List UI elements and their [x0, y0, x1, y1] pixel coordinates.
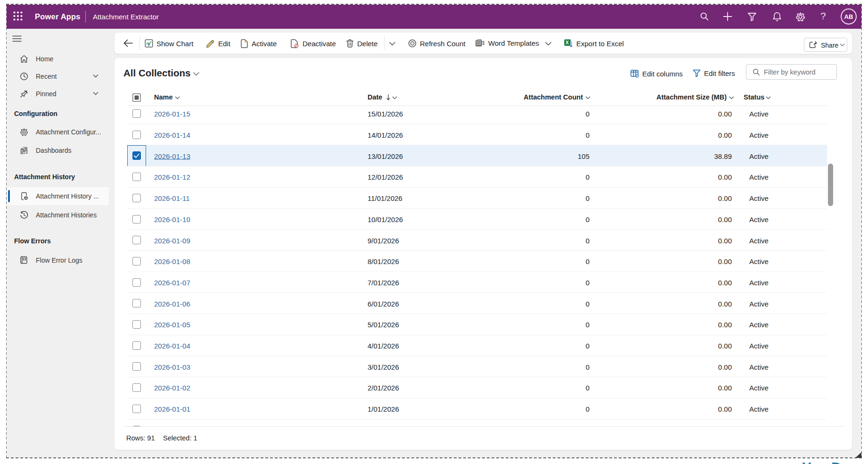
svg-text:W: W	[478, 40, 481, 42]
svg-text:X: X	[565, 40, 569, 45]
